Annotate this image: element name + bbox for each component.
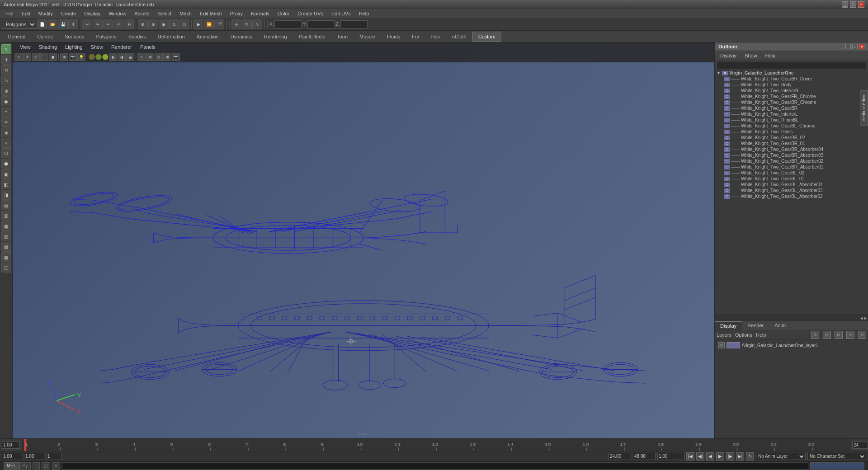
cb-tab-display[interactable]: Display [715,321,742,330]
list-item[interactable]: ⬡ —— White_Knight_Two_GearBR_Absorber01 [715,164,868,170]
outliner-minimize[interactable]: _ [845,44,851,49]
python-button[interactable]: Py [19,462,31,470]
vp-btn-res3[interactable]: ⊟ [155,53,163,61]
vp-btn-quality3[interactable]: ◒ [126,53,134,61]
menu-mesh[interactable]: Mesh [176,10,195,17]
tab-subdivs[interactable]: Subdivs [123,32,152,42]
tool-move[interactable]: ✛ [1,55,11,65]
outliner-search-input[interactable] [717,61,866,69]
toolbar-snap4[interactable]: ⊙ [169,19,179,29]
outliner-close[interactable]: ✕ [859,44,864,49]
tool-poly2[interactable]: ⬢ [1,159,11,169]
toolbar-render2[interactable]: ⏩ [204,19,214,29]
vp-menu-shading[interactable]: Shading [35,43,61,51]
btn-play-forward[interactable]: ▶ [716,452,724,461]
toolbar-snap3[interactable]: ◉ [159,19,169,29]
tab-animation[interactable]: Animation [191,32,225,42]
outliner-menu-help[interactable]: Help [762,52,779,59]
toolbar-render3[interactable]: 🎬 [214,19,224,29]
btn-go-end[interactable]: ▶| [736,452,744,461]
menu-file[interactable]: File [2,10,17,17]
btn-play-back[interactable]: ◀ [706,452,714,461]
playback-frame-label[interactable] [46,453,62,460]
timeline-frame-input[interactable] [2,442,20,449]
cmd-btn-1[interactable]: □ [33,462,40,470]
outliner-menu-display[interactable]: Display [717,52,740,59]
outliner-item-root[interactable]: ▼ ∞ Virgin_Galactic_LauncherOne [715,70,868,76]
tool-poly4[interactable]: ◧ [1,179,11,189]
vp-btn-smooth[interactable]: ◼ [49,53,57,61]
toolbar-rotate[interactable]: ↻ [242,19,252,29]
toolbar-cut[interactable]: ✂ [103,19,113,29]
tool-poly1[interactable]: ⬡ [1,148,11,158]
tab-ncloth[interactable]: nCloth [446,32,472,42]
tab-custom[interactable]: Custom [472,32,501,42]
vp-btn-display1[interactable] [89,54,95,60]
list-item[interactable]: ⬡ —— White_Knight_Two_GearBR_Absorber02 [715,158,868,164]
vp-menu-renderer[interactable]: Renderer [108,43,136,51]
tool-paint[interactable]: ✏ [1,117,11,127]
toolbar-copy[interactable]: ⎘ [113,19,123,29]
list-item[interactable]: ⬡ —— White_Knight_Two_GearFR_Chrome [715,94,868,99]
menu-edit-uvs[interactable]: Edit UVs [328,10,354,17]
menu-edit-mesh[interactable]: Edit Mesh [196,10,226,17]
list-item[interactable]: ⬡ —— White_Knight_Two_GearBL_01 [715,176,868,182]
tool-poly11[interactable]: ▩ [1,252,11,262]
list-item[interactable]: ⬡ —— White_Knight_Two_InteriorL [715,111,868,117]
tab-general[interactable]: General [2,32,31,42]
layer-btn-2[interactable]: ⊖ [823,331,831,339]
toolbar-import[interactable]: ⬇ [68,19,78,29]
layer-item[interactable]: V /Virgin_Galactic_LauncherOne_layer1 [717,341,866,349]
vp-btn-screenshot[interactable]: 📷 [172,53,180,61]
tool-poly3[interactable]: ▣ [1,169,11,179]
list-item[interactable]: ⬡ —— White_Knight_Two_InteriorR [715,88,868,94]
layer-btn-5[interactable]: ⊛ [858,331,866,339]
tab-toon[interactable]: Toon [331,32,354,42]
tab-polygons[interactable]: Polygons [90,32,122,42]
btn-loop[interactable]: ↻ [746,452,754,461]
menu-help[interactable]: Help [355,10,373,17]
tab-fluids[interactable]: Fluids [381,32,406,42]
vp-btn-res1[interactable]: ↖ [137,53,146,61]
menu-color[interactable]: Color [274,10,293,17]
menu-proxy[interactable]: Proxy [226,10,246,17]
menu-create-uvs[interactable]: Create UVs [294,10,327,17]
list-item[interactable]: ⬡ —— White_Knight_Two_GearBL_Absorber02 [715,193,868,199]
toolbar-redo[interactable]: ↪ [93,19,103,29]
vp-menu-view[interactable]: View [16,43,34,51]
vp-btn-camera[interactable]: 📷 [69,53,77,61]
vp-btn-display3[interactable] [102,54,108,60]
character-set-dropdown[interactable]: No Character Set [807,453,866,460]
toolbar-open[interactable]: 📂 [47,19,57,29]
toolbar-save[interactable]: 💾 [58,19,68,29]
list-item[interactable]: ⬡ —— White_Knight_Two_Body [715,82,868,88]
vp-btn-res4[interactable]: ⊞ [163,53,171,61]
tab-deformation[interactable]: Deformation [152,32,191,42]
command-input[interactable] [62,462,808,470]
toolbar-render1[interactable]: ▶ [193,19,203,29]
tab-painteffects[interactable]: PaintEffects [293,32,331,42]
vp-btn-wireframe[interactable]: ⊡ [32,53,40,61]
cb-menu-help[interactable]: Help [756,332,766,338]
anim-current-frame[interactable] [657,453,684,460]
list-item[interactable]: ⬡ —— White_Knight_Two_RimmBL [715,117,868,123]
polygon-mode-dropdown[interactable]: Polygons [2,20,36,29]
timeline-end-input[interactable] [852,442,868,449]
list-item[interactable]: ⬡ —— White_Knight_Two_GearBR_01 [715,141,868,146]
layer-btn-4[interactable]: ⊙ [846,331,854,339]
vp-menu-lighting[interactable]: Lighting [61,43,86,51]
tab-hair[interactable]: Hair [425,32,446,42]
vp-menu-panels[interactable]: Panels [137,43,159,51]
vp-btn-res2[interactable]: ⊠ [146,53,154,61]
cb-menu-layers[interactable]: Layers [717,332,731,338]
list-item[interactable]: ⬡ —— White_Knight_Two_GearBR_Cover [715,76,868,82]
tab-rendering[interactable]: Rendering [258,32,293,42]
outliner-menu-show[interactable]: Show [741,52,761,59]
outliner-maximize[interactable]: □ [852,44,858,49]
layer-btn-3[interactable]: ⊘ [835,331,843,339]
tool-universal[interactable]: ⊕ [1,86,11,96]
timeline-ruler[interactable]: 2 3 4 5 6 7 8 9 10 [23,439,850,451]
y-input[interactable] [307,20,335,28]
tool-poly6[interactable]: ▤ [1,200,11,210]
vp-btn-display2[interactable] [95,54,102,60]
